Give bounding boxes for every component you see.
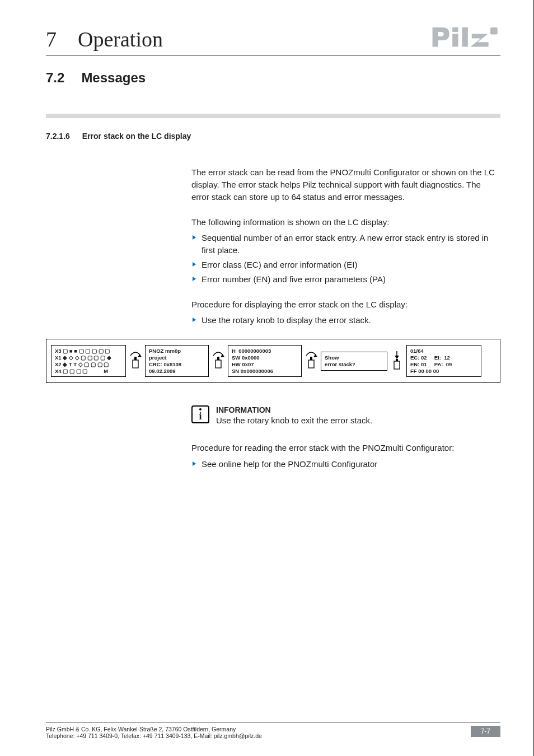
lcd-panel-prompt: Show error stack?: [321, 352, 387, 371]
rotary-knob-icon: [129, 351, 142, 371]
list-item: See online help for the PNOZmulti Config…: [191, 458, 500, 470]
section-heading: 7.2 Messages: [46, 70, 500, 118]
lcd-diagram: X3 ▢ ■ ■ ▢ ▢ ▢ ▢ ▢ X1 ◆ ◇ ◇ ▢ ▢ ▢ ▢ ◆ X2…: [46, 339, 500, 384]
info-title: INFORMATION: [216, 405, 372, 414]
rotary-knob-icon: [305, 351, 317, 371]
chapter-number: 7: [46, 27, 57, 52]
bullet-list: See online help for the PNOZmulti Config…: [191, 458, 500, 470]
svg-rect-9: [217, 357, 219, 360]
list-item: Error class (EC) and error information (…: [191, 259, 500, 271]
page-number-badge: 7-7: [471, 726, 500, 737]
information-note: i INFORMATION Use the rotary knob to exi…: [191, 405, 500, 425]
svg-rect-1: [452, 34, 458, 46]
svg-rect-0: [452, 27, 458, 32]
footer-line: Telephone: +49 711 3409-0, Telefax: +49 …: [46, 732, 262, 739]
svg-rect-15: [394, 361, 400, 369]
subsection-title: Error stack on the LC display: [82, 132, 191, 141]
body-column: The error stack can be read from the PNO…: [191, 166, 500, 326]
paragraph: Procedure for reading the error stack wi…: [191, 443, 454, 452]
svg-rect-5: [133, 360, 138, 368]
page-footer: Pilz GmbH & Co. KG, Felix-Wankel-Straße …: [46, 722, 500, 739]
svg-marker-4: [138, 354, 142, 357]
subsection-number: 7.2.1.6: [46, 132, 70, 141]
bullet-list: Sequential number of an error stack entr…: [191, 232, 500, 286]
chapter-heading: 7 Operation: [46, 27, 163, 52]
lcd-panel-errorstack: 01/64 EC: 02 EI: 12 EN: 01 PA: 09 FF 00 …: [406, 345, 481, 377]
lcd-panel-hwinfo: H 00000000003 SW 0x0000 HW 0x07 SN 0x000…: [228, 345, 302, 377]
paragraph: The error stack can be read from the PNO…: [191, 166, 500, 204]
page-header: 7 Operation: [46, 24, 500, 55]
list-item: Use the rotary knob to display the error…: [191, 314, 500, 326]
svg-rect-8: [216, 360, 221, 368]
svg-rect-11: [308, 360, 314, 368]
svg-rect-6: [134, 357, 137, 360]
section-number: 7.2: [46, 70, 64, 86]
list-item: Error number (EN) and five error paramet…: [191, 273, 500, 286]
pilz-logo-icon: [430, 24, 501, 52]
svg-marker-7: [221, 354, 224, 357]
footer-line: Pilz GmbH & Co. KG, Felix-Wankel-Straße …: [46, 726, 262, 732]
paragraph: Procedure for displaying the error stack…: [191, 300, 407, 309]
lcd-panel-status: X3 ▢ ■ ■ ▢ ▢ ▢ ▢ ▢ X1 ◆ ◇ ◇ ▢ ▢ ▢ ▢ ◆ X2…: [51, 345, 126, 377]
section-title: Messages: [81, 70, 146, 86]
svg-rect-12: [310, 357, 312, 360]
rotary-knob-icon: [212, 351, 224, 371]
info-text: Use the rotary knob to exit the error st…: [216, 416, 372, 425]
list-item: Sequential number of an error stack entr…: [191, 232, 500, 256]
svg-rect-16: [396, 359, 398, 361]
svg-rect-2: [462, 27, 467, 47]
footer-address: Pilz GmbH & Co. KG, Felix-Wankel-Straße …: [46, 726, 262, 739]
svg-marker-14: [395, 356, 399, 359]
body-column: Procedure for reading the error stack wi…: [191, 442, 500, 470]
chapter-title: Operation: [78, 27, 163, 52]
paragraph: The following information is shown on th…: [191, 217, 390, 227]
info-icon: i: [191, 405, 209, 423]
svg-marker-10: [313, 354, 317, 357]
bullet-list: Use the rotary knob to display the error…: [191, 314, 500, 326]
svg-rect-3: [490, 27, 498, 35]
lcd-panel-project: PNOZ mm0p project CRC: 0x8108 09.02.2009: [145, 345, 209, 377]
rotary-knob-press-icon: [391, 351, 403, 371]
subsection-heading: 7.2.1.6 Error stack on the LC display: [46, 132, 500, 141]
